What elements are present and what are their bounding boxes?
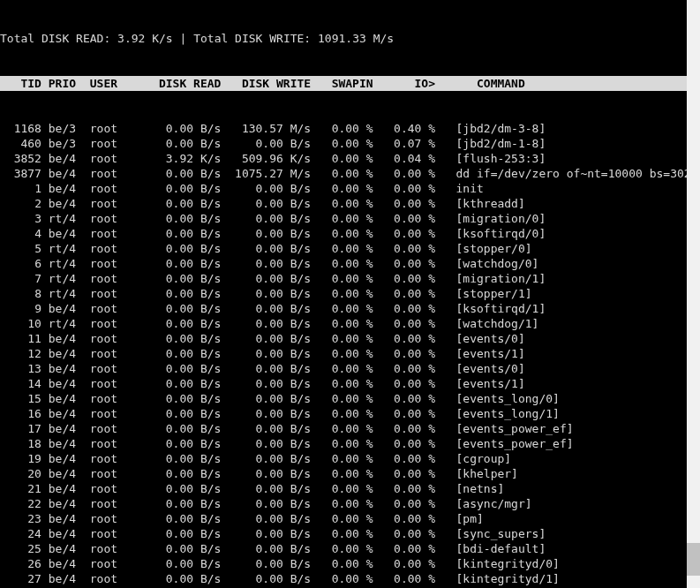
write-cell: 0.00 B/s xyxy=(228,421,311,436)
tid-cell: 27 xyxy=(0,571,41,586)
io-cell: 0.00 % xyxy=(380,541,435,556)
write-cell: 0.00 B/s xyxy=(228,136,311,151)
scrollbar-track[interactable] xyxy=(687,0,700,588)
process-row: 3852 be/4 root 3.92 K/s 509.96 K/s 0.00 … xyxy=(0,151,687,166)
io-cell: 0.00 % xyxy=(380,166,435,181)
terminal-output[interactable]: Total DISK READ: 3.92 K/s | Total DISK W… xyxy=(0,0,687,588)
prio-cell: rt/4 xyxy=(49,211,83,226)
write-cell: 0.00 B/s xyxy=(228,316,311,331)
tid-cell: 17 xyxy=(0,421,41,436)
write-cell: 0.00 B/s xyxy=(228,556,311,571)
tid-cell: 4 xyxy=(0,226,41,241)
prio-cell: be/4 xyxy=(49,196,83,211)
user-cell: root xyxy=(90,136,132,151)
user-cell: root xyxy=(90,511,132,526)
tid-cell: 24 xyxy=(0,526,41,541)
process-row: 18 be/4 root 0.00 B/s 0.00 B/s 0.00 % 0.… xyxy=(0,436,687,451)
read-cell: 0.00 B/s xyxy=(139,226,222,241)
tid-cell: 15 xyxy=(0,391,41,406)
swap-cell: 0.00 % xyxy=(318,466,373,481)
io-cell: 0.00 % xyxy=(380,421,435,436)
prio-cell: be/4 xyxy=(49,466,83,481)
prio-cell: be/4 xyxy=(49,181,83,196)
summary-line: Total DISK READ: 3.92 K/s | Total DISK W… xyxy=(0,31,687,46)
process-row: 460 be/3 root 0.00 B/s 0.00 B/s 0.00 % 0… xyxy=(0,136,687,151)
write-cell: 0.00 B/s xyxy=(228,526,311,541)
read-cell: 0.00 B/s xyxy=(139,136,222,151)
user-cell: root xyxy=(90,496,132,511)
user-cell: root xyxy=(90,481,132,496)
read-cell: 0.00 B/s xyxy=(139,211,222,226)
io-cell: 0.00 % xyxy=(380,436,435,451)
write-cell: 130.57 M/s xyxy=(228,121,311,136)
io-cell: 0.00 % xyxy=(380,526,435,541)
swap-cell: 0.00 % xyxy=(318,451,373,466)
process-row: 21 be/4 root 0.00 B/s 0.00 B/s 0.00 % 0.… xyxy=(0,481,687,496)
read-cell: 0.00 B/s xyxy=(139,331,222,346)
command-cell: [migration/0] xyxy=(442,211,546,226)
tid-cell: 6 xyxy=(0,256,41,271)
user-cell: root xyxy=(90,196,132,211)
swap-cell: 0.00 % xyxy=(318,511,373,526)
swap-cell: 0.00 % xyxy=(318,121,373,136)
swap-cell: 0.00 % xyxy=(318,481,373,496)
prio-cell: be/4 xyxy=(49,511,83,526)
process-row: 7 rt/4 root 0.00 B/s 0.00 B/s 0.00 % 0.0… xyxy=(0,271,687,286)
process-row: 20 be/4 root 0.00 B/s 0.00 B/s 0.00 % 0.… xyxy=(0,466,687,481)
tid-cell: 18 xyxy=(0,436,41,451)
io-cell: 0.00 % xyxy=(380,391,435,406)
prio-cell: be/4 xyxy=(49,526,83,541)
write-cell: 0.00 B/s xyxy=(228,496,311,511)
command-cell: [events_power_ef] xyxy=(442,421,574,436)
user-cell: root xyxy=(90,151,132,166)
tid-cell: 26 xyxy=(0,556,41,571)
write-cell: 0.00 B/s xyxy=(228,436,311,451)
io-cell: 0.00 % xyxy=(380,181,435,196)
write-cell: 0.00 B/s xyxy=(228,466,311,481)
read-cell: 0.00 B/s xyxy=(139,511,222,526)
io-cell: 0.07 % xyxy=(380,136,435,151)
process-row: 9 be/4 root 0.00 B/s 0.00 B/s 0.00 % 0.0… xyxy=(0,301,687,316)
write-cell: 0.00 B/s xyxy=(228,286,311,301)
read-cell: 0.00 B/s xyxy=(139,481,222,496)
col-prio: PRIO xyxy=(49,76,83,91)
prio-cell: rt/4 xyxy=(49,286,83,301)
swap-cell: 0.00 % xyxy=(318,541,373,556)
command-cell: [netns] xyxy=(442,481,504,496)
write-cell: 0.00 B/s xyxy=(228,361,311,376)
prio-cell: be/4 xyxy=(49,151,83,166)
swap-cell: 0.00 % xyxy=(318,496,373,511)
read-cell: 0.00 B/s xyxy=(139,556,222,571)
user-cell: root xyxy=(90,391,132,406)
user-cell: root xyxy=(90,301,132,316)
user-cell: root xyxy=(90,226,132,241)
swap-cell: 0.00 % xyxy=(318,166,373,181)
prio-cell: be/4 xyxy=(49,451,83,466)
swap-cell: 0.00 % xyxy=(318,211,373,226)
read-cell: 3.92 K/s xyxy=(139,151,222,166)
read-cell: 0.00 B/s xyxy=(139,121,222,136)
write-cell: 0.00 B/s xyxy=(228,541,311,556)
read-cell: 0.00 B/s xyxy=(139,316,222,331)
command-cell: [watchdog/0] xyxy=(442,256,539,271)
process-row: 24 be/4 root 0.00 B/s 0.00 B/s 0.00 % 0.… xyxy=(0,526,687,541)
write-cell: 0.00 B/s xyxy=(228,301,311,316)
read-cell: 0.00 B/s xyxy=(139,256,222,271)
tid-cell: 11 xyxy=(0,331,41,346)
swap-cell: 0.00 % xyxy=(318,331,373,346)
scrollbar-thumb[interactable] xyxy=(687,543,700,576)
prio-cell: be/4 xyxy=(49,166,83,181)
process-row: 5 rt/4 root 0.00 B/s 0.00 B/s 0.00 % 0.0… xyxy=(0,241,687,256)
read-cell: 0.00 B/s xyxy=(139,346,222,361)
read-cell: 0.00 B/s xyxy=(139,526,222,541)
swap-cell: 0.00 % xyxy=(318,316,373,331)
io-cell: 0.00 % xyxy=(380,451,435,466)
process-row: 1 be/4 root 0.00 B/s 0.00 B/s 0.00 % 0.0… xyxy=(0,181,687,196)
prio-cell: be/4 xyxy=(49,346,83,361)
command-cell: [stopper/1] xyxy=(442,286,532,301)
user-cell: root xyxy=(90,541,132,556)
command-cell: [jbd2/dm-1-8] xyxy=(442,136,546,151)
command-cell: [async/mgr] xyxy=(442,496,532,511)
write-cell: 0.00 B/s xyxy=(228,406,311,421)
user-cell: root xyxy=(90,166,132,181)
